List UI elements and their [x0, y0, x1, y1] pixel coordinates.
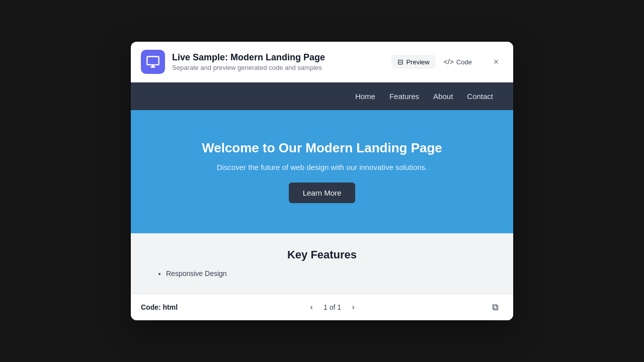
code-icon: </> — [444, 58, 454, 66]
modal-icon — [141, 50, 165, 74]
next-page-button[interactable]: › — [346, 300, 360, 314]
hero-heading: Welcome to Our Modern Landing Page — [202, 140, 442, 156]
tab-preview[interactable]: ⊟ Preview — [391, 55, 435, 69]
modal-container: Live Sample: Modern Landing Page Separat… — [131, 42, 513, 320]
preview-icon: ⊟ — [397, 58, 404, 66]
footer-code-label: Code: html — [141, 303, 178, 311]
features-heading: Key Features — [151, 248, 493, 261]
nav-item-contact[interactable]: Contact — [467, 92, 493, 101]
preview-area: Home Features About Contact Welcome to O… — [131, 82, 513, 294]
modal-subtitle: Separate and preview generated code and … — [172, 64, 384, 71]
modal-title-block: Live Sample: Modern Landing Page Separat… — [172, 52, 384, 71]
copy-icon: ⧉ — [492, 302, 499, 313]
nav-item-home[interactable]: Home — [355, 92, 375, 101]
tab-code[interactable]: </> Code — [438, 55, 478, 69]
footer-pagination: ‹ 1 of 1 › — [304, 300, 360, 314]
modal-footer: Code: html ‹ 1 of 1 › ⧉ — [131, 294, 513, 320]
hero-subtext: Discover the future of web design with o… — [217, 163, 428, 171]
close-button[interactable]: × — [489, 55, 503, 69]
landing-hero: Welcome to Our Modern Landing Page Disco… — [131, 110, 513, 233]
landing-nav: Home Features About Contact — [131, 82, 513, 110]
desktop-icon — [146, 55, 160, 69]
features-list: Responsive Design — [151, 269, 493, 278]
modal-tabs: ⊟ Preview </> Code — [391, 55, 478, 69]
nav-item-about[interactable]: About — [433, 92, 453, 101]
modal-overlay: Live Sample: Modern Landing Page Separat… — [0, 0, 644, 362]
landing-features: Key Features Responsive Design — [131, 233, 513, 294]
modal-header: Live Sample: Modern Landing Page Separat… — [131, 42, 513, 82]
copy-button[interactable]: ⧉ — [487, 299, 503, 315]
learn-more-button[interactable]: Learn More — [289, 183, 356, 203]
page-counter: 1 of 1 — [324, 303, 341, 311]
prev-page-button[interactable]: ‹ — [304, 300, 318, 314]
nav-item-features[interactable]: Features — [389, 92, 419, 101]
modal-title: Live Sample: Modern Landing Page — [172, 52, 384, 63]
feature-item-1: Responsive Design — [166, 269, 493, 278]
